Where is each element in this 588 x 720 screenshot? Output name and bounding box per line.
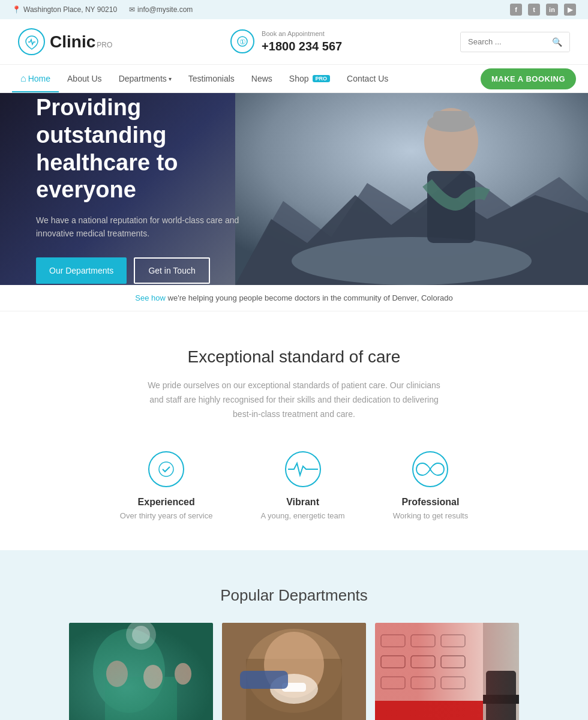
phone-icon: ① — [230, 29, 254, 53]
departments-button[interactable]: Our Departments — [36, 257, 127, 284]
nav-shop-label: Shop — [289, 74, 309, 83]
banner-strip: See how we're helping young people becom… — [0, 285, 588, 311]
nav-links: ⌂ Home About Us Departments ▾ Testimonia… — [12, 65, 397, 92]
navigation: ⌂ Home About Us Departments ▾ Testimonia… — [0, 65, 588, 93]
phone-label: Book an Appointment — [262, 29, 342, 38]
logo[interactable]: ClinicPRO — [18, 28, 112, 55]
experienced-title: Experienced — [120, 497, 213, 508]
search-button[interactable]: 🔍 — [545, 32, 569, 52]
booking-button[interactable]: MAKE A BOOKING — [481, 68, 576, 89]
address-text: Washington Place, NY 90210 — [23, 5, 117, 14]
svg-point-17 — [175, 663, 191, 685]
nav-item-departments[interactable]: Departments ▾ — [110, 65, 180, 92]
banner-text: we're helping young people become doctor… — [168, 293, 453, 302]
home-icon: ⌂ — [20, 73, 26, 84]
nav-item-contact[interactable]: Contact Us — [338, 65, 397, 92]
contact-info: ① Book an Appointment +1800 234 567 — [230, 29, 342, 53]
address-item: 📍 Washington Place, NY 90210 — [12, 5, 117, 14]
features-row: Experienced Over thirty years of service… — [18, 451, 570, 520]
logo-pro: PRO — [97, 41, 112, 49]
vibrant-desc: A young, energetic team — [260, 511, 344, 520]
top-bar: 📍 Washington Place, NY 90210 ✉ info@mysi… — [0, 0, 588, 19]
standards-desc: We pride ourselves on our exceptional st… — [144, 379, 444, 421]
nav-about-label: About Us — [67, 74, 102, 83]
dept-card-surgery[interactable] — [69, 623, 213, 720]
svg-rect-38 — [441, 677, 465, 689]
vibrant-title: Vibrant — [260, 497, 344, 508]
feature-experienced: Experienced Over thirty years of service — [120, 451, 213, 520]
department-cards — [12, 623, 576, 720]
search-box[interactable]: 🔍 — [460, 32, 570, 52]
svg-rect-29 — [483, 623, 519, 720]
banner-link[interactable]: See how — [135, 293, 166, 302]
youtube-icon[interactable]: ▶ — [564, 4, 576, 16]
social-links: f t in ▶ — [510, 4, 576, 16]
nav-item-about[interactable]: About Us — [59, 65, 110, 92]
nav-item-news[interactable]: News — [243, 65, 281, 92]
svg-rect-35 — [441, 656, 465, 668]
location-icon: 📍 — [12, 5, 21, 14]
phone-number: +1800 234 567 — [262, 38, 342, 54]
svg-point-19 — [132, 626, 150, 644]
email-text: info@mysite.com — [137, 5, 193, 14]
svg-rect-28 — [375, 623, 483, 720]
departments-section: Popular Departments — [0, 550, 588, 720]
nav-departments-label: Departments — [119, 74, 167, 83]
nav-home-label: Home — [28, 74, 50, 83]
svg-rect-40 — [486, 671, 516, 720]
svg-point-16 — [143, 665, 163, 689]
header: ClinicPRO ① Book an Appointment +1800 23… — [0, 19, 588, 65]
svg-rect-33 — [381, 656, 405, 668]
standards-title: Exceptional standard of care — [18, 347, 570, 367]
nav-item-shop[interactable]: Shop PRO — [281, 65, 338, 92]
search-input[interactable] — [461, 32, 545, 51]
professional-title: Professional — [393, 497, 468, 508]
svg-rect-14 — [105, 677, 177, 720]
top-bar-left: 📍 Washington Place, NY 90210 ✉ info@mysi… — [12, 5, 193, 14]
nav-item-home[interactable]: ⌂ Home — [12, 65, 59, 92]
svg-rect-11 — [69, 623, 213, 720]
experienced-desc: Over thirty years of service — [120, 511, 213, 520]
dept-card-dental[interactable] — [222, 623, 366, 720]
svg-rect-9 — [433, 111, 469, 126]
nav-item-testimonials[interactable]: Testimonials — [180, 65, 243, 92]
svg-rect-39 — [375, 701, 483, 720]
get-in-touch-button[interactable]: Get in Touch — [134, 257, 209, 284]
feature-vibrant: Vibrant A young, energetic team — [260, 451, 344, 520]
svg-rect-36 — [381, 677, 405, 689]
svg-rect-34 — [411, 656, 435, 668]
svg-point-15 — [106, 661, 128, 687]
facebook-icon[interactable]: f — [510, 4, 522, 16]
logo-icon — [18, 28, 45, 55]
dept-card-eyecare[interactable] — [375, 623, 519, 720]
ecg-icon — [285, 451, 321, 487]
hero-section: Providing outstanding healthcare to ever… — [0, 93, 588, 285]
twitter-icon[interactable]: t — [528, 4, 540, 16]
svg-text:①: ① — [239, 38, 246, 46]
svg-rect-32 — [441, 635, 465, 647]
hero-subtitle: We have a national reputation for world-… — [36, 214, 264, 241]
nav-contact-label: Contact Us — [347, 74, 388, 83]
svg-point-18 — [126, 623, 156, 650]
svg-point-12 — [93, 629, 165, 713]
departments-title: Popular Departments — [12, 586, 576, 605]
phone-info: Book an Appointment +1800 234 567 — [262, 29, 342, 53]
email-item: ✉ info@mysite.com — [129, 5, 193, 14]
svg-point-10 — [159, 462, 173, 476]
svg-rect-31 — [411, 635, 435, 647]
nav-testimonials-label: Testimonials — [188, 74, 235, 83]
checkmark-icon — [148, 451, 184, 487]
feature-professional: Professional Working to get results — [393, 451, 468, 520]
infinity-icon — [412, 451, 448, 487]
nav-news-label: News — [251, 74, 272, 83]
email-icon: ✉ — [129, 5, 135, 14]
svg-point-5 — [292, 237, 532, 285]
linkedin-icon[interactable]: in — [546, 4, 558, 16]
svg-rect-27 — [375, 623, 519, 720]
hero-content: Providing outstanding healthcare to ever… — [0, 93, 300, 285]
standards-section: Exceptional standard of care We pride ou… — [0, 311, 588, 550]
hero-buttons: Our Departments Get in Touch — [36, 257, 264, 284]
hero-title: Providing outstanding healthcare to ever… — [36, 94, 264, 203]
svg-rect-30 — [381, 635, 405, 647]
dropdown-arrow-icon: ▾ — [169, 76, 172, 82]
